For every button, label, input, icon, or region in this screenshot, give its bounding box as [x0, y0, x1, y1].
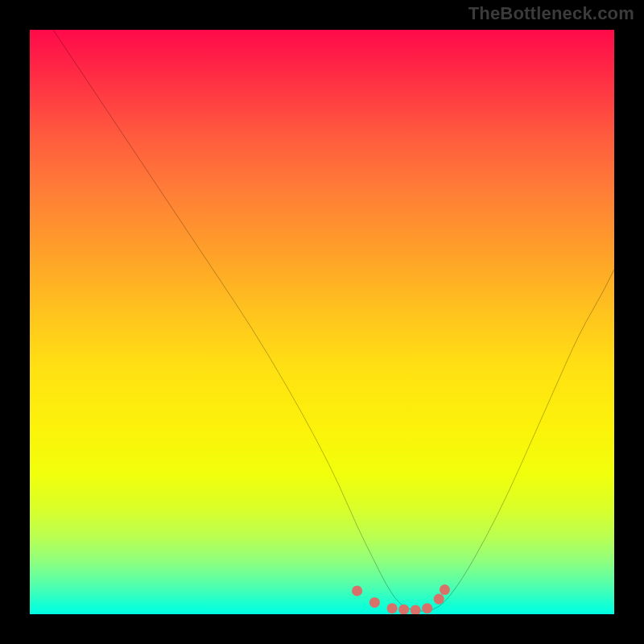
curve-layer: [30, 30, 614, 614]
marker-dot: [411, 605, 421, 614]
marker-dot: [440, 584, 450, 595]
bottleneck-curve: [53, 30, 614, 611]
marker-dot: [422, 603, 432, 613]
watermark-text: TheBottleneck.com: [469, 3, 634, 24]
chart-frame: TheBottleneck.com: [0, 0, 644, 644]
flat-region-dots: [352, 584, 450, 614]
marker-dot: [352, 585, 362, 596]
marker-dot: [434, 594, 444, 605]
plot-area: [30, 30, 614, 614]
marker-dot: [398, 605, 409, 614]
marker-dot: [369, 597, 380, 608]
marker-dot: [387, 603, 398, 613]
